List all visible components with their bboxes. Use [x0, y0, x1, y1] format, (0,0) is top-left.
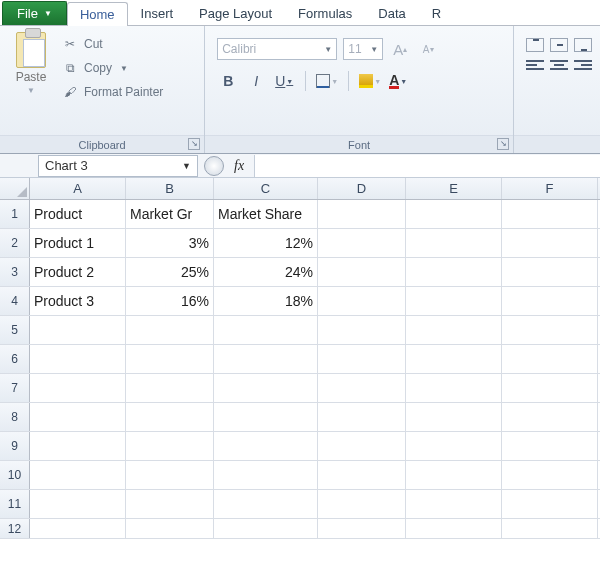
align-right-button[interactable]: [574, 60, 592, 70]
font-size-select[interactable]: 11 ▼: [343, 38, 383, 60]
dialog-launcher-icon[interactable]: ↘: [188, 138, 200, 150]
bold-button[interactable]: B: [217, 70, 239, 92]
cell-E6[interactable]: [406, 345, 502, 373]
cell-D10[interactable]: [318, 461, 406, 489]
cell-C2[interactable]: 12%: [214, 229, 318, 257]
tab-data[interactable]: Data: [365, 1, 418, 25]
cell-D8[interactable]: [318, 403, 406, 431]
cell-D3[interactable]: [318, 258, 406, 286]
cancel-formula-icon[interactable]: [204, 156, 224, 176]
italic-button[interactable]: I: [245, 70, 267, 92]
underline-button[interactable]: U▼: [273, 70, 295, 92]
row-header-12[interactable]: 12: [0, 519, 30, 538]
cell-A11[interactable]: [30, 490, 126, 518]
cell-B12[interactable]: [126, 519, 214, 538]
cell-B3[interactable]: 25%: [126, 258, 214, 286]
row-header-8[interactable]: 8: [0, 403, 30, 431]
cut-button[interactable]: ✂ Cut: [58, 34, 167, 54]
row-header-6[interactable]: 6: [0, 345, 30, 373]
column-header-F[interactable]: F: [502, 178, 598, 199]
shrink-font-button[interactable]: A▾: [417, 38, 439, 60]
cell-F9[interactable]: [502, 432, 598, 460]
copy-button[interactable]: ⧉ Copy ▼: [58, 58, 167, 78]
cell-D7[interactable]: [318, 374, 406, 402]
fill-color-button[interactable]: ▼: [359, 70, 381, 92]
cell-C6[interactable]: [214, 345, 318, 373]
cell-B8[interactable]: [126, 403, 214, 431]
cell-B2[interactable]: 3%: [126, 229, 214, 257]
cell-A10[interactable]: [30, 461, 126, 489]
cell-F5[interactable]: [502, 316, 598, 344]
cell-D5[interactable]: [318, 316, 406, 344]
name-box[interactable]: Chart 3 ▼: [38, 155, 198, 177]
dialog-launcher-icon[interactable]: ↘: [497, 138, 509, 150]
cell-F10[interactable]: [502, 461, 598, 489]
fx-icon[interactable]: fx: [224, 158, 254, 174]
cell-C1[interactable]: Market Share: [214, 200, 318, 228]
align-center-button[interactable]: [550, 60, 568, 70]
tab-file[interactable]: File ▼: [2, 1, 67, 25]
cell-C10[interactable]: [214, 461, 318, 489]
align-left-button[interactable]: [526, 60, 544, 70]
cell-A9[interactable]: [30, 432, 126, 460]
cell-E5[interactable]: [406, 316, 502, 344]
row-header-5[interactable]: 5: [0, 316, 30, 344]
cell-A1[interactable]: Product: [30, 200, 126, 228]
row-header-1[interactable]: 1: [0, 200, 30, 228]
tab-review-partial[interactable]: R: [419, 1, 454, 25]
align-middle-button[interactable]: [550, 38, 568, 52]
cell-F11[interactable]: [502, 490, 598, 518]
cell-A6[interactable]: [30, 345, 126, 373]
cell-A4[interactable]: Product 3: [30, 287, 126, 315]
cell-E8[interactable]: [406, 403, 502, 431]
cell-A12[interactable]: [30, 519, 126, 538]
row-header-11[interactable]: 11: [0, 490, 30, 518]
grow-font-button[interactable]: A▴: [389, 38, 411, 60]
cell-E9[interactable]: [406, 432, 502, 460]
row-header-7[interactable]: 7: [0, 374, 30, 402]
cell-F7[interactable]: [502, 374, 598, 402]
cell-E11[interactable]: [406, 490, 502, 518]
cell-C7[interactable]: [214, 374, 318, 402]
align-top-button[interactable]: [526, 38, 544, 52]
cell-B6[interactable]: [126, 345, 214, 373]
cell-E4[interactable]: [406, 287, 502, 315]
cell-B7[interactable]: [126, 374, 214, 402]
cell-A2[interactable]: Product 1: [30, 229, 126, 257]
tab-page-layout[interactable]: Page Layout: [186, 1, 285, 25]
tab-formulas[interactable]: Formulas: [285, 1, 365, 25]
cell-B4[interactable]: 16%: [126, 287, 214, 315]
cell-C5[interactable]: [214, 316, 318, 344]
borders-button[interactable]: ▼: [316, 70, 338, 92]
cell-B5[interactable]: [126, 316, 214, 344]
column-header-C[interactable]: C: [214, 178, 318, 199]
cell-F6[interactable]: [502, 345, 598, 373]
cell-D4[interactable]: [318, 287, 406, 315]
select-all-corner[interactable]: [0, 178, 30, 199]
cell-C8[interactable]: [214, 403, 318, 431]
row-header-2[interactable]: 2: [0, 229, 30, 257]
cell-E12[interactable]: [406, 519, 502, 538]
row-header-3[interactable]: 3: [0, 258, 30, 286]
cell-C9[interactable]: [214, 432, 318, 460]
format-painter-button[interactable]: 🖌 Format Painter: [58, 82, 167, 102]
cell-B11[interactable]: [126, 490, 214, 518]
cell-A7[interactable]: [30, 374, 126, 402]
cell-F2[interactable]: [502, 229, 598, 257]
row-header-4[interactable]: 4: [0, 287, 30, 315]
row-header-9[interactable]: 9: [0, 432, 30, 460]
cell-B1[interactable]: Market Gr: [126, 200, 214, 228]
cell-D11[interactable]: [318, 490, 406, 518]
cell-E1[interactable]: [406, 200, 502, 228]
cell-C4[interactable]: 18%: [214, 287, 318, 315]
cell-C3[interactable]: 24%: [214, 258, 318, 286]
cell-A8[interactable]: [30, 403, 126, 431]
cell-C12[interactable]: [214, 519, 318, 538]
column-header-E[interactable]: E: [406, 178, 502, 199]
cell-E3[interactable]: [406, 258, 502, 286]
cell-E10[interactable]: [406, 461, 502, 489]
cell-D2[interactable]: [318, 229, 406, 257]
cell-C11[interactable]: [214, 490, 318, 518]
cell-A5[interactable]: [30, 316, 126, 344]
cell-E7[interactable]: [406, 374, 502, 402]
